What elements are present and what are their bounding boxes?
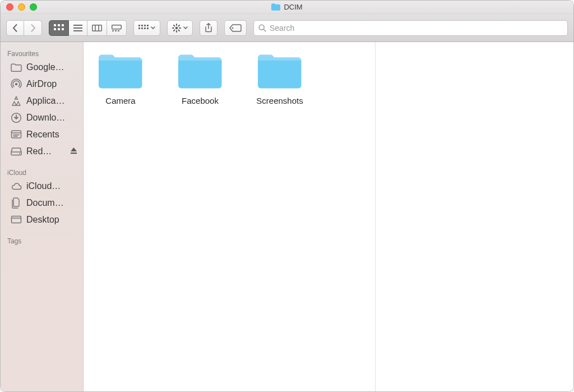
svg-line-31	[174, 30, 175, 31]
sidebar: Favourites Google… AirDrop Applica… Down…	[1, 42, 84, 391]
sidebar-header-icloud: iCloud	[1, 165, 83, 178]
sidebar-header-favourites: Favourites	[1, 47, 83, 59]
folder-item-camera[interactable]: Camera	[91, 53, 150, 105]
preview-pane	[375, 42, 573, 391]
folder-icon	[98, 53, 144, 90]
svg-rect-23	[147, 27, 149, 29]
sidebar-item-label: Desktop	[26, 215, 77, 225]
content-area: Camera Facebook Screenshots	[84, 42, 573, 391]
sidebar-header-tags: Tags	[1, 234, 83, 246]
action-group	[167, 20, 193, 36]
list-view-button[interactable]	[69, 20, 87, 36]
column-view-button[interactable]	[87, 20, 107, 36]
svg-line-32	[179, 25, 180, 26]
titlebar: DCIM	[1, 1, 573, 14]
zoom-window-button[interactable]	[30, 3, 37, 11]
chevron-down-icon	[151, 26, 155, 30]
recents-icon	[11, 129, 22, 140]
svg-point-24	[175, 26, 178, 29]
svg-rect-5	[62, 28, 64, 30]
svg-rect-3	[54, 28, 56, 30]
sidebar-item-label: Downlo…	[26, 113, 77, 123]
nav-buttons	[6, 20, 42, 36]
gear-icon	[172, 24, 181, 33]
search-icon	[258, 24, 266, 32]
back-button[interactable]	[6, 20, 24, 36]
svg-rect-38	[12, 131, 21, 138]
sidebar-item-label: Docum…	[26, 198, 77, 208]
sidebar-item-desktop[interactable]: Desktop	[1, 211, 83, 228]
arrange-button[interactable]	[133, 20, 160, 36]
svg-rect-17	[141, 25, 143, 26]
sidebar-item-applications[interactable]: Applica…	[1, 93, 83, 109]
tag-icon	[229, 24, 242, 32]
search-field[interactable]	[253, 20, 568, 36]
sidebar-item-icloud-drive[interactable]: iCloud…	[1, 178, 83, 195]
finder-window: DCIM	[0, 0, 574, 392]
svg-rect-9	[92, 25, 102, 31]
body: Favourites Google… AirDrop Applica… Down…	[1, 42, 573, 391]
tags-button[interactable]	[224, 20, 247, 36]
desktop-icon	[11, 214, 22, 225]
sidebar-item-documents[interactable]: Docum…	[1, 195, 83, 211]
svg-rect-2	[62, 24, 64, 26]
svg-rect-4	[58, 28, 60, 30]
svg-rect-45	[12, 216, 21, 223]
svg-rect-14	[115, 30, 117, 31]
folder-icon	[177, 53, 223, 90]
folder-grid: Camera Facebook Screenshots	[91, 53, 367, 105]
downloads-icon	[11, 112, 22, 123]
sidebar-item-downloads[interactable]: Downlo…	[1, 109, 83, 126]
sidebar-item-google[interactable]: Google…	[1, 59, 83, 76]
svg-line-30	[179, 30, 180, 31]
minimize-window-button[interactable]	[18, 3, 25, 11]
close-window-button[interactable]	[6, 3, 13, 11]
sidebar-item-label: Recents	[26, 130, 77, 140]
sidebar-item-label: Red…	[26, 146, 66, 156]
share-icon	[205, 23, 212, 33]
svg-rect-15	[118, 30, 119, 31]
svg-rect-22	[144, 27, 146, 29]
svg-rect-18	[144, 25, 146, 26]
applications-icon	[11, 95, 22, 107]
folder-icon	[11, 62, 22, 73]
tags-group	[224, 20, 247, 36]
arrange-group	[133, 20, 160, 36]
svg-rect-20	[138, 27, 140, 29]
sidebar-item-recents[interactable]: Recents	[1, 126, 83, 143]
svg-rect-19	[147, 25, 149, 26]
svg-rect-21	[141, 27, 143, 29]
sidebar-item-label: Google…	[26, 62, 77, 72]
share-group	[200, 20, 217, 36]
svg-point-33	[232, 27, 234, 29]
svg-point-43	[19, 153, 20, 154]
action-button[interactable]	[167, 20, 193, 36]
sidebar-item-drive[interactable]: Red…	[1, 143, 83, 160]
chevron-down-icon	[183, 26, 188, 30]
drive-icon	[11, 146, 22, 157]
svg-rect-1	[58, 24, 60, 26]
sidebar-item-airdrop[interactable]: AirDrop	[1, 76, 83, 93]
folder-item-facebook[interactable]: Facebook	[171, 53, 229, 105]
folder-icon	[271, 3, 280, 11]
cloud-icon	[11, 181, 22, 192]
svg-rect-12	[112, 25, 122, 29]
icon-view-button[interactable]	[49, 20, 69, 36]
eject-icon[interactable]	[70, 146, 77, 156]
window-title: DCIM	[271, 3, 302, 11]
svg-rect-44	[71, 153, 77, 154]
svg-rect-0	[54, 24, 56, 26]
forward-button[interactable]	[24, 20, 42, 36]
share-button[interactable]	[200, 20, 217, 36]
sidebar-item-label: Applica…	[26, 96, 77, 106]
folder-pane[interactable]: Camera Facebook Screenshots	[84, 42, 375, 391]
search-input[interactable]	[270, 24, 563, 33]
folder-item-screenshots[interactable]: Screenshots	[251, 53, 309, 105]
sidebar-item-label: iCloud…	[26, 181, 77, 191]
gallery-view-button[interactable]	[107, 20, 127, 36]
folder-label: Screenshots	[256, 96, 303, 105]
sidebar-item-label: AirDrop	[26, 79, 77, 89]
svg-rect-16	[138, 25, 140, 26]
svg-point-36	[15, 83, 17, 85]
folder-label: Facebook	[182, 96, 219, 105]
